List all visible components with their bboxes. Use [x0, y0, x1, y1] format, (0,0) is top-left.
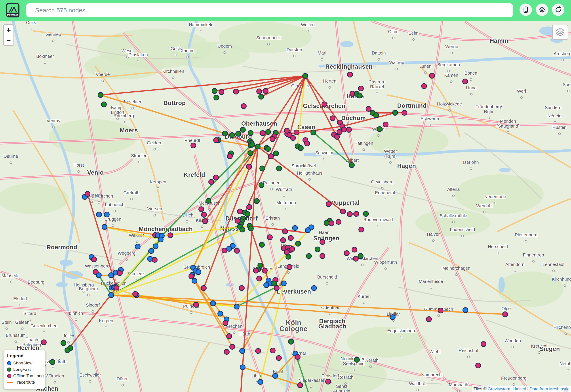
node-shortslow[interactable] [153, 244, 158, 249]
node-longfast[interactable] [363, 211, 369, 217]
node-offline[interactable] [476, 363, 481, 368]
node-shortslow[interactable] [240, 365, 245, 370]
node-offline[interactable] [359, 86, 363, 91]
node-longfast[interactable] [393, 110, 398, 115]
node-offline[interactable] [463, 79, 468, 84]
node-offline[interactable] [383, 122, 388, 127]
node-offline[interactable] [133, 292, 138, 297]
node-offline[interactable] [274, 286, 279, 291]
node-shortslow[interactable] [148, 256, 153, 262]
node-offline[interactable] [235, 218, 240, 223]
node-offline[interactable] [41, 340, 46, 345]
node-offline[interactable] [223, 321, 228, 326]
node-offline[interactable] [322, 102, 327, 107]
app-logo[interactable]: Powered [6, 3, 19, 17]
node-offline[interactable] [330, 116, 335, 121]
node-offline[interactable] [256, 349, 261, 354]
node-offline[interactable] [209, 180, 214, 184]
node-offline[interactable] [305, 141, 310, 146]
node-shortslow[interactable] [390, 315, 395, 320]
node-longfast[interactable] [98, 93, 103, 98]
node-offline[interactable] [91, 257, 97, 262]
node-offline[interactable] [222, 248, 227, 253]
node-offline[interactable] [426, 317, 432, 322]
node-shortslow[interactable] [234, 304, 239, 309]
node-shortslow[interactable] [463, 308, 468, 313]
node-offline[interactable] [241, 104, 246, 109]
node-shortslow[interactable] [109, 293, 114, 298]
node-offline[interactable] [262, 268, 267, 273]
node-offline[interactable] [257, 276, 262, 281]
attribution-link-meshtastic[interactable]: Data from Meshtastic [530, 387, 570, 391]
node-offline[interactable] [219, 90, 224, 95]
node-offline[interactable] [326, 379, 331, 384]
node-longfast[interactable] [315, 247, 320, 252]
node-offline[interactable] [191, 143, 196, 148]
node-longfast[interactable] [255, 144, 260, 149]
node-offline[interactable] [287, 265, 292, 270]
node-offline[interactable] [337, 130, 342, 135]
node-offline[interactable] [344, 251, 349, 256]
node-shortslow[interactable] [104, 212, 109, 217]
node-longfast[interactable] [206, 198, 211, 204]
node-longfast[interactable] [377, 127, 382, 132]
node-shortslow[interactable] [258, 379, 263, 384]
node-offline[interactable] [288, 236, 293, 241]
node-longfast[interactable] [354, 357, 360, 363]
map-canvas[interactable]: KalkarHamminkelnWulfenSchermbeckDorstenM… [0, 21, 571, 392]
node-offline[interactable] [227, 154, 232, 159]
node-longfast[interactable] [250, 142, 255, 147]
node-offline[interactable] [359, 227, 364, 232]
node-longfast[interactable] [248, 226, 254, 231]
node-offline[interactable] [267, 235, 272, 240]
node-offline[interactable] [224, 350, 229, 354]
node-offline[interactable] [189, 274, 194, 279]
node-shortslow[interactable] [273, 374, 278, 378]
node-longfast[interactable] [324, 221, 329, 225]
node-shortslow[interactable] [97, 212, 102, 217]
node-shortslow[interactable] [305, 228, 311, 233]
node-longfast[interactable] [273, 151, 279, 156]
node-offline[interactable] [295, 354, 300, 360]
node-longfast[interactable] [248, 151, 253, 156]
node-offline[interactable] [326, 202, 331, 207]
node-offline[interactable] [214, 138, 219, 143]
node-offline[interactable] [294, 130, 299, 135]
node-shortslow[interactable] [210, 301, 216, 306]
node-longfast[interactable] [254, 199, 259, 204]
node-offline[interactable] [114, 285, 119, 290]
node-longfast[interactable] [223, 131, 228, 136]
node-offline[interactable] [263, 88, 268, 94]
node-shortslow[interactable] [196, 270, 201, 275]
node-longfast[interactable] [374, 113, 379, 118]
node-longfast[interactable] [259, 94, 264, 99]
node-offline[interactable] [342, 127, 347, 132]
node-longfast[interactable] [248, 131, 253, 136]
node-longfast[interactable] [357, 93, 362, 98]
node-offline[interactable] [254, 268, 258, 273]
node-offline[interactable] [438, 308, 443, 313]
node-longfast[interactable] [240, 227, 245, 232]
node-offline[interactable] [117, 271, 122, 276]
node-longfast[interactable] [259, 183, 264, 188]
settings-button[interactable] [536, 3, 548, 16]
node-offline[interactable] [347, 212, 352, 217]
node-longfast[interactable] [240, 127, 245, 132]
node-offline[interactable] [320, 239, 325, 245]
node-offline[interactable] [202, 212, 207, 217]
node-longfast[interactable] [286, 254, 291, 259]
zoom-out-button[interactable]: − [4, 35, 14, 45]
node-offline[interactable] [239, 286, 244, 291]
node-longfast[interactable] [245, 212, 250, 217]
node-offline[interactable] [234, 89, 239, 94]
node-shortslow[interactable] [281, 281, 286, 286]
node-longfast[interactable] [272, 281, 277, 286]
node-shortslow[interactable] [158, 237, 163, 242]
node-offline[interactable] [238, 209, 243, 214]
zoom-in-button[interactable]: + [4, 25, 14, 35]
node-offline[interactable] [276, 356, 282, 361]
node-longfast[interactable] [298, 146, 303, 151]
node-offline[interactable] [247, 205, 252, 210]
node-offline[interactable] [298, 383, 303, 388]
node-longfast[interactable] [61, 341, 66, 346]
